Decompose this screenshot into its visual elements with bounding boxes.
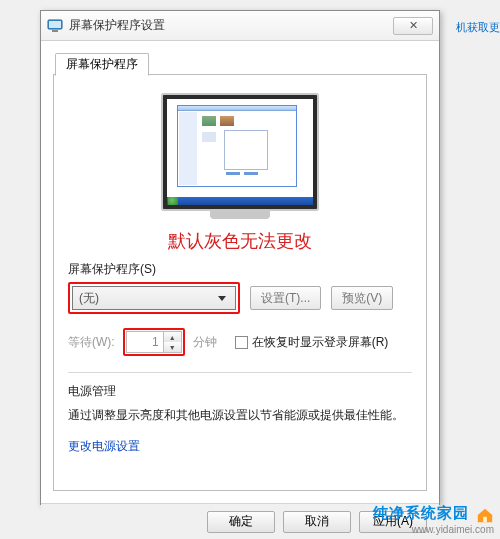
preview-button-label: 预览(V) [342, 290, 382, 307]
wait-spinner[interactable]: ▲ ▼ [126, 331, 182, 353]
cancel-button[interactable]: 取消 [283, 511, 351, 533]
svg-rect-1 [49, 21, 61, 28]
monitor-icon [47, 18, 63, 34]
ok-label: 确定 [229, 513, 253, 530]
wait-label: 等待(W): [68, 334, 115, 351]
watermark: 纯净系统家园 www.yidaimei.com [373, 504, 494, 535]
resume-checkbox-label: 在恢复时显示登录屏幕(R) [252, 334, 389, 351]
power-management-heading: 电源管理 [68, 383, 412, 400]
wait-input[interactable] [127, 332, 163, 352]
highlight-box-combo: (无) [68, 282, 240, 314]
close-icon: ✕ [409, 19, 418, 32]
annotation-text: 默认灰色无法更改 [68, 229, 412, 253]
screensaver-combobox[interactable]: (无) [72, 286, 236, 310]
close-button[interactable]: ✕ [393, 17, 433, 35]
cancel-label: 取消 [305, 513, 329, 530]
change-power-settings-link[interactable]: 更改电源设置 [68, 438, 140, 455]
watermark-brand: 纯净系统家园 [373, 504, 469, 521]
tab-label: 屏幕保护程序 [66, 56, 138, 73]
highlight-box-wait: ▲ ▼ [123, 328, 185, 356]
preview-button[interactable]: 预览(V) [331, 286, 393, 310]
svg-rect-3 [483, 517, 487, 522]
svg-rect-2 [52, 30, 58, 32]
preview-monitor [68, 93, 412, 211]
chevron-down-icon [213, 287, 231, 309]
house-icon [476, 506, 494, 524]
dialog-body: 屏幕保护程序 [41, 41, 439, 503]
spinner-down-icon[interactable]: ▼ [164, 342, 181, 352]
spinner-up-icon[interactable]: ▲ [164, 332, 181, 342]
screensaver-label: 屏幕保护程序(S) [68, 261, 412, 278]
dialog-title: 屏幕保护程序设置 [69, 17, 393, 34]
resume-checkbox[interactable] [235, 336, 248, 349]
settings-button-label: 设置(T)... [261, 290, 310, 307]
power-management-description: 通过调整显示亮度和其他电源设置以节省能源或提供最佳性能。 [68, 406, 412, 424]
settings-button[interactable]: 设置(T)... [250, 286, 321, 310]
tab-content: 默认灰色无法更改 屏幕保护程序(S) (无) 设置(T)... 预览(V) 等待… [53, 75, 427, 491]
divider [68, 372, 412, 373]
wait-unit: 分钟 [193, 334, 217, 351]
watermark-url: www.yidaimei.com [373, 524, 494, 535]
background-link-fragment: 机获取更 [456, 20, 500, 35]
tab-screensaver[interactable]: 屏幕保护程序 [55, 53, 149, 76]
titlebar: 屏幕保护程序设置 ✕ [41, 11, 439, 41]
screensaver-settings-dialog: 屏幕保护程序设置 ✕ 屏幕保护程序 [40, 10, 440, 505]
combo-value: (无) [79, 290, 99, 307]
tabbar: 屏幕保护程序 [53, 49, 427, 75]
ok-button[interactable]: 确定 [207, 511, 275, 533]
